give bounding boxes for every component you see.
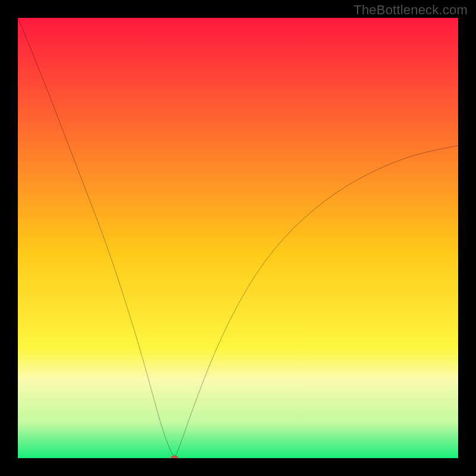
chart-frame: TheBottleneck.com (0, 0, 476, 476)
bottleneck-chart (18, 18, 458, 458)
watermark-text: TheBottleneck.com (353, 2, 468, 18)
plot-background (18, 18, 458, 458)
